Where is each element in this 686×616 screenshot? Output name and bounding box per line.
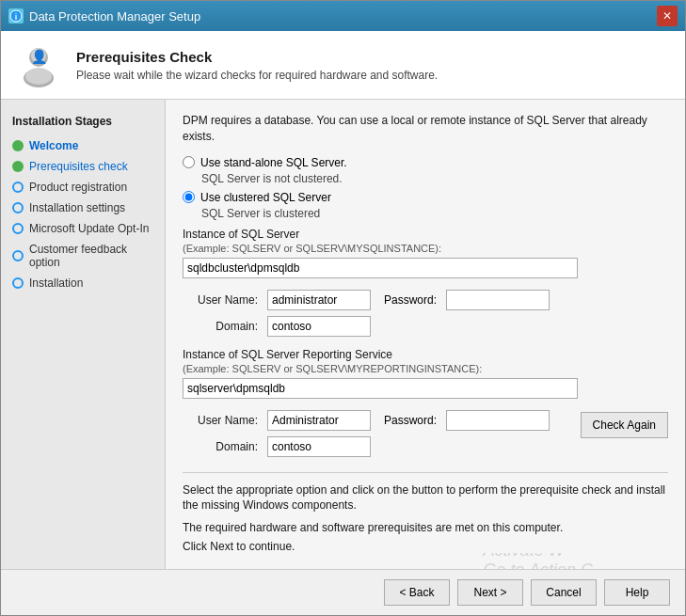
sidebar-item-welcome[interactable]: Welcome <box>1 135 165 156</box>
bottom-bar: < Back Next > Cancel Help <box>1 569 685 615</box>
next-button[interactable]: Next > <box>457 579 523 606</box>
title-bar: i Data Protection Manager Setup ✕ <box>1 1 685 31</box>
radio-clustered-sub: SQL Server is clustered <box>201 207 668 220</box>
check-again-button[interactable]: Check Again <box>581 412 668 438</box>
radio-standalone-label[interactable]: Use stand-alone SQL Server. <box>200 156 347 169</box>
sidebar-label-update: Microsoft Update Opt-In <box>29 222 149 235</box>
sidebar-item-registration[interactable]: Product registration <box>1 177 165 197</box>
close-button[interactable]: ✕ <box>657 6 678 26</box>
reporting-domain-input[interactable] <box>267 436 371 457</box>
page-title: Prerequisites Check <box>76 49 438 65</box>
main-panel: DPM requires a database. You can use a l… <box>166 100 685 569</box>
status-dot-installation <box>12 277 24 289</box>
status-dot-welcome <box>12 140 24 151</box>
back-button[interactable]: < Back <box>384 579 450 606</box>
radio-clustered[interactable] <box>183 191 195 203</box>
main-window: i Data Protection Manager Setup ✕ 👤 Prer… <box>0 0 686 616</box>
password-input[interactable] <box>446 290 550 310</box>
status-dot-registration <box>12 182 24 193</box>
title-bar-left: i Data Protection Manager Setup <box>8 8 200 24</box>
reporting-example: (Example: SQLSERV or SQLSERV\MYREPORTING… <box>183 363 668 374</box>
watermark-text: Activate WGo to Action CWindows. <box>484 553 593 569</box>
sidebar-item-prerequisites[interactable]: Prerequisites check <box>1 156 165 177</box>
status-dot-update <box>12 223 24 234</box>
radio-clustered-row: Use clustered SQL Server <box>183 191 668 204</box>
radio-group: Use stand-alone SQL Server. SQL Server i… <box>183 156 668 220</box>
sidebar-item-update[interactable]: Microsoft Update Opt-In <box>1 218 165 239</box>
domain-label: Domain: <box>183 320 258 333</box>
reporting-label: Instance of SQL Server Reporting Service <box>183 348 668 361</box>
status-dot-prerequisites <box>12 161 24 172</box>
select-info: Select the appropriate option and click … <box>183 482 668 514</box>
page-subtitle: Please wait while the wizard checks for … <box>76 69 438 82</box>
status-dot-installation-settings <box>12 202 24 213</box>
username-label: User Name: <box>183 293 258 307</box>
svg-text:i: i <box>15 12 18 22</box>
sidebar-label-feedback: Customer feedback option <box>29 243 153 269</box>
success-text: The required hardware and software prere… <box>183 521 668 534</box>
radio-standalone[interactable] <box>183 156 195 168</box>
app-icon: i <box>8 8 24 24</box>
sidebar-label-welcome: Welcome <box>29 139 78 152</box>
username-row: User Name: Password: <box>183 290 668 310</box>
sidebar-item-installation-settings[interactable]: Installation settings <box>1 197 165 218</box>
status-dot-feedback <box>12 250 24 261</box>
domain-input[interactable] <box>267 316 371 337</box>
reporting-password-input[interactable] <box>446 410 550 431</box>
sidebar-label-registration: Product registration <box>29 181 127 194</box>
reporting-input[interactable] <box>183 378 578 399</box>
reporting-creds: User Name: Password: Domain: <box>183 410 550 463</box>
sidebar-item-feedback[interactable]: Customer feedback option <box>1 239 165 273</box>
svg-point-5 <box>25 68 52 85</box>
reporting-domain-label: Domain: <box>183 440 258 453</box>
content-area: Installation Stages Welcome Prerequisite… <box>1 100 685 569</box>
sidebar-title: Installation Stages <box>1 111 165 135</box>
reporting-section: Instance of SQL Server Reporting Service… <box>183 348 668 399</box>
sidebar-label-installation: Installation <box>29 276 83 290</box>
header-icon: 👤 <box>16 42 61 87</box>
username-input[interactable] <box>267 290 371 310</box>
intro-text: DPM requires a database. You can use a l… <box>183 113 668 145</box>
check-again-area: Check Again <box>581 412 668 438</box>
watermark-area: Activate WGo to Action CWindows. <box>183 553 668 569</box>
reporting-password-label: Password: <box>380 414 437 427</box>
cancel-button[interactable]: Cancel <box>531 579 597 606</box>
reporting-domain-row: Domain: <box>183 436 550 457</box>
sql-instance-input[interactable] <box>183 258 578 278</box>
sidebar: Installation Stages Welcome Prerequisite… <box>1 100 166 569</box>
reporting-username-input[interactable] <box>267 410 371 431</box>
credentials-section: User Name: Password: Domain: <box>183 290 668 337</box>
sidebar-item-installation[interactable]: Installation <box>1 273 165 293</box>
click-next-text: Click Next to continue. <box>183 540 668 553</box>
sql-instance-example: (Example: SQLSERV or SQLSERV\MYSQLINSTAN… <box>183 243 668 254</box>
sql-instance-label: Instance of SQL Server <box>183 228 668 241</box>
header-text: Prerequisites Check Please wait while th… <box>76 49 438 82</box>
sidebar-label-installation-settings: Installation settings <box>29 201 125 214</box>
password-label: Password: <box>380 293 437 307</box>
reporting-creds-area: User Name: Password: Domain: Check Again <box>183 410 668 463</box>
header-area: 👤 Prerequisites Check Please wait while … <box>1 31 685 100</box>
radio-standalone-row: Use stand-alone SQL Server. <box>183 156 668 169</box>
domain-row: Domain: <box>183 316 668 337</box>
reporting-username-row: User Name: Password: <box>183 410 550 431</box>
sql-instance-section: Instance of SQL Server (Example: SQLSERV… <box>183 228 668 278</box>
reporting-username-label: User Name: <box>183 414 258 427</box>
sidebar-label-prerequisites: Prerequisites check <box>29 160 128 173</box>
help-button[interactable]: Help <box>604 579 670 606</box>
svg-text:👤: 👤 <box>31 49 48 65</box>
separator-1 <box>183 472 668 473</box>
radio-clustered-label[interactable]: Use clustered SQL Server <box>200 191 331 204</box>
window-title: Data Protection Manager Setup <box>29 9 200 24</box>
radio-standalone-sub: SQL Server is not clustered. <box>201 172 668 185</box>
